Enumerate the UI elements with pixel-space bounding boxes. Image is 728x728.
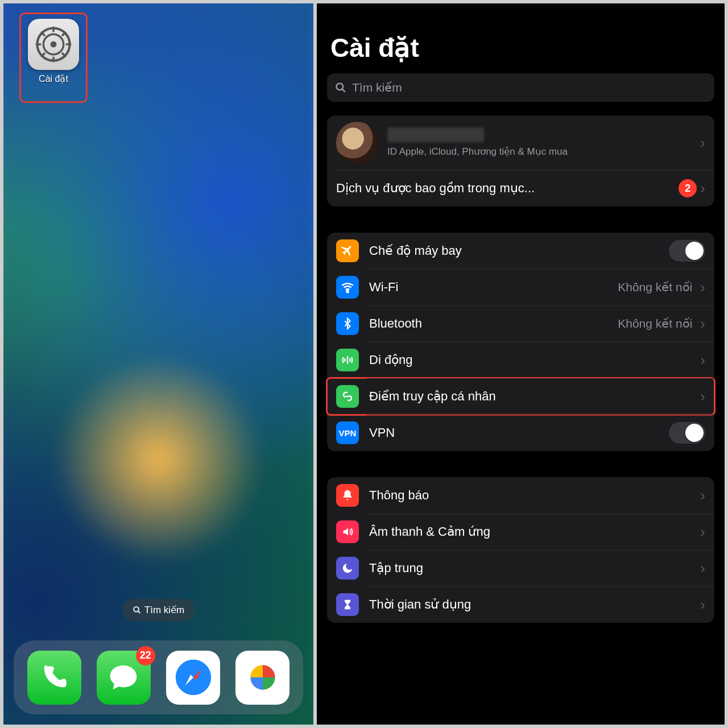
avatar — [336, 122, 378, 164]
account-subtitle: ID Apple, iCloud, Phương tiện & Mục mua — [387, 146, 568, 158]
cellular-icon — [336, 349, 359, 371]
bluetooth-row[interactable]: Bluetooth Không kết nối › — [327, 305, 714, 342]
svg-line-12 — [138, 611, 140, 613]
notifications-label: Thông báo — [369, 488, 429, 503]
screentime-label: Thời gian sử dụng — [369, 597, 471, 612]
notifications-row[interactable]: Thông báo › — [327, 477, 714, 514]
wifi-value: Không kết nối — [618, 280, 692, 294]
cellular-row[interactable]: Di động › — [327, 342, 714, 378]
focus-label: Tập trung — [369, 561, 423, 576]
messages-app[interactable]: 22 — [97, 651, 151, 705]
svg-line-6 — [41, 32, 45, 36]
chevron-right-icon: › — [700, 279, 705, 296]
chevron-right-icon: › — [700, 596, 705, 614]
messages-badge: 22 — [136, 646, 155, 665]
account-group: ID Apple, iCloud, Phương tiện & Mục mua … — [327, 115, 714, 206]
search-placeholder: Tìm kiếm — [352, 81, 402, 94]
highlight-settings-app: Cài đặt — [19, 13, 88, 103]
safari-app[interactable] — [166, 651, 220, 705]
vpn-row[interactable]: VPN VPN — [327, 415, 714, 451]
airplane-label: Chế độ máy bay — [369, 243, 462, 258]
spotlight-search-pill[interactable]: Tìm kiếm — [122, 599, 195, 621]
svg-line-9 — [41, 53, 45, 57]
chevron-right-icon: › — [700, 523, 705, 541]
page-title: Cài đặt — [330, 32, 711, 63]
bell-icon — [336, 484, 359, 507]
chevron-right-icon: › — [700, 487, 705, 504]
dock: 22 — [14, 640, 303, 714]
search-icon — [335, 82, 346, 93]
sounds-row[interactable]: Âm thanh & Cảm ứng › — [327, 514, 714, 550]
vpn-toggle[interactable] — [669, 422, 705, 444]
wifi-row[interactable]: Wi-Fi Không kết nối › — [327, 269, 714, 305]
messages-icon — [107, 661, 139, 693]
chevron-right-icon: › — [700, 388, 705, 406]
svg-point-19 — [346, 291, 348, 292]
airplane-mode-row[interactable]: Chế độ máy bay — [327, 233, 714, 269]
vpn-icon: VPN — [336, 421, 359, 444]
wifi-label: Wi-Fi — [369, 280, 398, 295]
svg-point-11 — [134, 607, 139, 612]
moon-icon — [336, 557, 359, 580]
vpn-label: VPN — [369, 425, 395, 440]
svg-point-17 — [337, 84, 344, 90]
chevron-right-icon: › — [700, 560, 705, 577]
personal-hotspot-row[interactable]: Điểm truy cập cá nhân › — [327, 378, 714, 415]
subscription-label: Dịch vụ được bao gồm trong mục... — [336, 181, 535, 196]
google-photos-app[interactable] — [235, 651, 289, 705]
wifi-icon — [336, 276, 359, 299]
chevron-right-icon: › — [700, 180, 705, 197]
phone-icon — [39, 663, 69, 692]
google-photos-icon — [245, 660, 280, 695]
subscription-services-row[interactable]: Dịch vụ được bao gồm trong mục... 2 › — [327, 170, 714, 206]
bluetooth-value: Không kết nối — [618, 317, 692, 330]
connectivity-group: Chế độ máy bay Wi-Fi Không kết nối › Blu… — [327, 233, 714, 451]
apple-id-row[interactable]: ID Apple, iCloud, Phương tiện & Mục mua … — [327, 115, 714, 170]
subscription-badge: 2 — [679, 179, 697, 197]
airplane-toggle[interactable] — [669, 240, 705, 262]
safari-icon — [171, 655, 216, 700]
home-screen-pane: Cài đặt Tìm kiếm 22 — [0, 0, 315, 728]
hotspot-icon — [336, 385, 359, 408]
speaker-icon — [336, 520, 359, 543]
search-icon — [133, 606, 141, 614]
bluetooth-icon — [336, 312, 359, 335]
settings-icon — [28, 19, 79, 70]
chevron-right-icon: › — [700, 315, 705, 333]
phone-app[interactable] — [27, 651, 81, 705]
svg-line-7 — [62, 53, 66, 57]
bluetooth-label: Bluetooth — [369, 316, 422, 331]
screentime-row[interactable]: Thời gian sử dụng › — [327, 586, 714, 623]
airplane-icon — [336, 239, 359, 262]
chevron-right-icon: › — [700, 134, 705, 152]
spotlight-label: Tìm kiếm — [144, 604, 184, 616]
focus-row[interactable]: Tập trung › — [327, 550, 714, 586]
svg-point-10 — [51, 42, 57, 48]
settings-app-label: Cài đặt — [23, 73, 84, 84]
svg-line-18 — [342, 89, 345, 92]
hourglass-icon — [336, 593, 359, 616]
account-name-redacted — [387, 127, 484, 142]
cellular-label: Di động — [369, 353, 413, 367]
notifications-group: Thông báo › Âm thanh & Cảm ứng › Tập tru… — [327, 477, 714, 623]
hotspot-label: Điểm truy cập cá nhân — [369, 389, 496, 404]
chevron-right-icon: › — [700, 351, 705, 369]
settings-app[interactable]: Cài đặt — [19, 13, 88, 103]
svg-line-8 — [62, 32, 66, 36]
settings-search-input[interactable]: Tìm kiếm — [327, 73, 714, 102]
settings-pane: Cài đặt Tìm kiếm ID Apple, iCloud, Phươn… — [315, 0, 728, 728]
sounds-label: Âm thanh & Cảm ứng — [369, 524, 490, 539]
